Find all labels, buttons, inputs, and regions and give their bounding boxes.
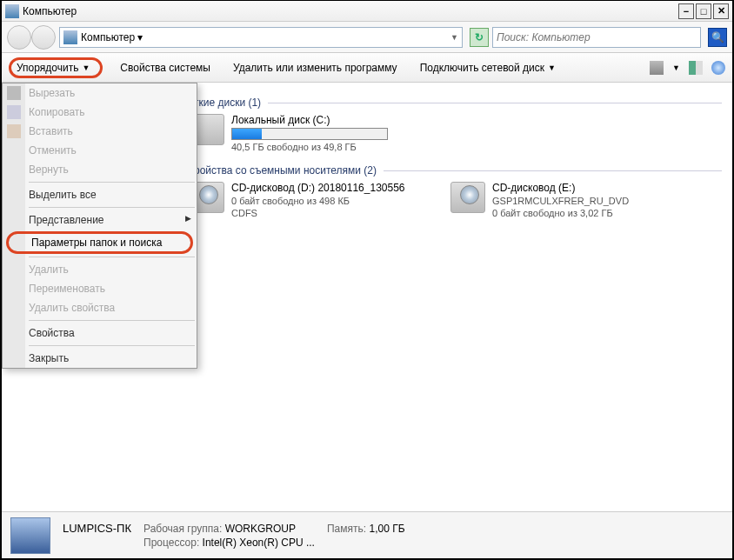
- drive-free: 0 байт свободно из 3,02 ГБ: [492, 208, 677, 218]
- forward-button[interactable]: [31, 25, 56, 50]
- menu-separator: [29, 257, 195, 257]
- search-input[interactable]: [497, 31, 697, 43]
- view-options-button[interactable]: [650, 61, 664, 75]
- map-network-drive-button[interactable]: Подключить сетевой диск ▼: [415, 59, 561, 77]
- cut-icon: [7, 86, 21, 100]
- organize-label: Упорядочить: [17, 62, 78, 74]
- explorer-window: Компьютер − □ ✕ Компьютер ▾ ▼ ↻ 🔍 Упоряд…: [0, 0, 734, 560]
- computer-icon: [63, 30, 77, 44]
- cpu-value: Intel(R) Xeon(R) CPU ...: [203, 537, 315, 549]
- menuitem-copy: Копировать: [3, 103, 197, 122]
- back-button[interactable]: [7, 25, 31, 50]
- address-path: Компьютер ▾: [81, 31, 143, 43]
- drive-name: CD-дисковод (E:): [492, 182, 677, 194]
- section-hard-drives[interactable]: ▾ ткие диски (1): [186, 97, 722, 109]
- uninstall-program-button[interactable]: Удалить или изменить программу: [228, 59, 403, 77]
- cpu-label: Процессор:: [143, 537, 199, 549]
- menuitem-remove-properties: Удалить свойства: [3, 298, 197, 317]
- menuitem-close[interactable]: Закрыть: [3, 349, 197, 368]
- pc-name: LUMPICS-ПК: [63, 522, 131, 535]
- drive-free: 40,5 ГБ свободно из 49,8 ГБ: [231, 142, 450, 152]
- address-box[interactable]: Компьютер ▾ ▼: [59, 27, 463, 48]
- chevron-down-icon[interactable]: ▼: [672, 63, 680, 72]
- menu-separator: [29, 345, 195, 346]
- menuitem-undo: Отменить: [3, 141, 197, 160]
- section-title: ройства со съемными носителями (2): [194, 164, 377, 177]
- menuitem-cut: Вырезать: [3, 83, 197, 103]
- copy-icon: [7, 105, 21, 119]
- menu-separator: [29, 207, 195, 208]
- drive-e[interactable]: CD-дисковод (E:) GSP1RMCULXFRER_RU_DVD 0…: [450, 182, 677, 218]
- menuitem-rename: Переименовать: [3, 279, 197, 298]
- maximize-button[interactable]: □: [696, 3, 711, 19]
- toolbar: Упорядочить ▼ Свойства системы Удалить и…: [2, 53, 732, 83]
- organize-button[interactable]: Упорядочить ▼: [9, 57, 103, 78]
- paste-icon: [7, 124, 21, 138]
- help-button[interactable]: [711, 61, 725, 75]
- chevron-down-icon[interactable]: ▼: [450, 33, 458, 42]
- menuitem-delete: Удалить: [3, 260, 197, 279]
- search-button[interactable]: 🔍: [708, 28, 727, 47]
- titlebar[interactable]: Компьютер − □ ✕: [2, 1, 732, 22]
- details-pane: LUMPICS-ПК Рабочая группа: WORKGROUP Пам…: [2, 511, 732, 558]
- close-button[interactable]: ✕: [713, 3, 729, 19]
- computer-large-icon: [10, 517, 50, 554]
- preview-pane-button[interactable]: [689, 61, 703, 75]
- drive-label: GSP1RMCULXFRER_RU_DVD: [492, 196, 677, 206]
- dvd-drive-icon: [450, 182, 485, 213]
- menuitem-paste: Вставить: [3, 122, 197, 141]
- window-title: Компьютер: [23, 5, 678, 17]
- usage-fill: [232, 129, 262, 139]
- menuitem-properties[interactable]: Свойства: [3, 323, 197, 343]
- computer-icon: [5, 4, 19, 18]
- usage-bar: [231, 128, 388, 140]
- chevron-down-icon: ▼: [548, 63, 556, 72]
- content-area: Вырезать Копировать Вставить Отменить Ве…: [2, 83, 732, 511]
- menu-separator: [29, 320, 195, 321]
- system-properties-button[interactable]: Свойства системы: [115, 59, 216, 77]
- chevron-down-icon: ▼: [82, 63, 90, 72]
- menuitem-layout[interactable]: Представление▶: [3, 210, 197, 230]
- workgroup-label: Рабочая группа:: [143, 523, 222, 535]
- organize-menu: Вырезать Копировать Вставить Отменить Ве…: [2, 83, 197, 369]
- menuitem-redo: Вернуть: [3, 160, 197, 179]
- drive-fs: CDFS: [231, 208, 416, 218]
- section-removable[interactable]: ▾ ройства со съемными носителями (2): [186, 164, 722, 177]
- menuitem-select-all[interactable]: Выделить все: [3, 185, 197, 204]
- drive-free: 0 байт свободно из 498 КБ: [231, 196, 416, 206]
- drive-name: Локальный диск (C:): [231, 114, 450, 126]
- refresh-button[interactable]: ↻: [470, 28, 489, 47]
- chevron-right-icon: ▶: [185, 214, 191, 223]
- address-bar: Компьютер ▾ ▼ ↻ 🔍: [2, 22, 732, 53]
- menu-separator: [29, 182, 195, 183]
- workgroup-value: WORKGROUP: [225, 523, 296, 535]
- section-title: ткие диски (1): [194, 97, 261, 109]
- memory-value: 1,00 ГБ: [369, 523, 404, 535]
- main-pane: ▾ ткие диски (1) Локальный диск (C:) 40,…: [176, 83, 732, 511]
- search-box[interactable]: [492, 27, 701, 48]
- menuitem-folder-options[interactable]: Параметры папок и поиска: [6, 231, 193, 254]
- drive-name: CD-дисковод (D:) 20180116_130556: [231, 182, 416, 194]
- drive-d[interactable]: CD-дисковод (D:) 20180116_130556 0 байт …: [190, 182, 416, 218]
- memory-label: Память:: [327, 523, 366, 535]
- minimize-button[interactable]: −: [678, 3, 694, 19]
- drive-c[interactable]: Локальный диск (C:) 40,5 ГБ свободно из …: [190, 114, 450, 152]
